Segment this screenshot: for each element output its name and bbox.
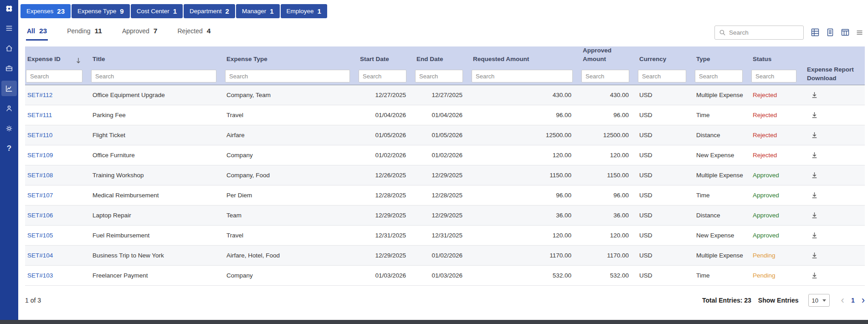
cell-id[interactable]: SET#112 [25,85,90,105]
column-header-expense-id[interactable]: Expense ID [25,46,90,67]
filter-requested-amount[interactable] [472,70,573,82]
cell-end-date: 12/31/2025 [414,226,471,245]
cell-end-date: 01/02/2026 [414,246,471,265]
column-header-approved-amount[interactable]: Approved Amount [580,46,637,67]
cell-currency: USD [637,105,694,125]
people-icon[interactable] [1,101,17,116]
download-report-button[interactable] [811,171,818,179]
cell-approved-amount: 532.00 [580,266,637,285]
status-tab[interactable]: Approved7 [121,24,159,41]
cell-approved-amount: 1150.00 [580,165,637,185]
cell-title: Fuel Reimbursement [90,226,224,245]
pagination-footer: 1 of 3 Total Entries: 23 Show Entries 10… [25,294,865,307]
module-tab[interactable]: Manager1 [236,4,280,18]
cell-approved-amount: 12500.00 [580,125,637,145]
cell-type: Multiple Expense [694,165,750,185]
status-tab[interactable]: All23 [26,24,48,41]
cell-title: Office Furniture [90,145,224,165]
briefcase-icon[interactable] [1,61,17,76]
download-report-button[interactable] [811,272,818,279]
cell-expense-type: Company, Team [224,85,358,105]
module-tab[interactable]: Employee1 [281,4,327,18]
download-report-button[interactable] [811,211,818,219]
filter-type[interactable] [695,70,743,82]
cell-start-date: 01/03/2026 [358,266,414,285]
cell-status: Rejected [750,145,804,165]
filter-start-date[interactable] [359,70,406,82]
column-header-requested-amount[interactable]: Requested Amount [471,46,580,67]
download-report-button[interactable] [811,231,818,239]
cell-id[interactable]: SET#109 [25,145,90,165]
cell-expense-type: Company [224,266,358,285]
csv-export-icon[interactable] [826,28,835,37]
column-header-start-date[interactable]: Start Date [358,46,414,67]
cell-type: Time [694,185,750,205]
current-page[interactable]: 1 [851,297,855,303]
status-tab[interactable]: Rejected4 [176,24,211,41]
cell-expense-type: Per Diem [224,185,358,205]
filter-end-date[interactable] [415,70,463,82]
help-icon[interactable]: ? [1,141,17,156]
cell-requested-amount: 96.00 [471,185,580,205]
cell-id[interactable]: SET#103 [25,266,90,285]
cell-id[interactable]: SET#111 [25,105,90,125]
download-report-button[interactable] [811,191,818,199]
cell-currency: USD [637,226,694,245]
cell-end-date: 01/05/2026 [414,125,471,145]
download-report-button[interactable] [811,252,818,259]
download-report-button[interactable] [811,111,818,119]
cell-type: Multiple Expense [694,85,750,105]
column-header-end-date[interactable]: End Date [414,46,471,67]
cell-expense-type: Travel [224,226,358,245]
filter-currency[interactable] [638,70,686,82]
module-tab[interactable]: Expenses23 [21,4,71,18]
column-header-currency[interactable]: Currency [637,46,694,67]
column-chooser-icon[interactable] [841,28,850,37]
menu-icon[interactable] [1,21,17,36]
download-report-button[interactable] [811,151,818,159]
column-header-title[interactable]: Title [90,46,224,67]
cell-id[interactable]: SET#107 [25,185,90,205]
next-page-button[interactable]: › [862,295,865,305]
cell-id[interactable]: SET#110 [25,125,90,145]
column-header-type[interactable]: Type [694,46,750,67]
filter-expense-type[interactable] [225,70,350,82]
filter-expense-id[interactable] [26,70,82,82]
module-tab[interactable]: Expense Type9 [72,4,130,18]
cell-approved-amount: 430.00 [580,85,637,105]
page-size-select[interactable]: 10 [808,294,830,307]
cell-id[interactable]: SET#108 [25,165,90,185]
excel-export-icon[interactable] [811,28,820,37]
column-header-status[interactable]: Status [750,46,804,67]
home-icon[interactable] [1,41,17,56]
filter-approved-amount[interactable] [581,70,629,82]
settings-icon[interactable] [1,121,17,136]
module-tab[interactable]: Department2 [184,4,235,18]
status-tab[interactable]: Pending11 [66,24,103,41]
cell-title: Parking Fee [90,105,224,125]
download-report-button[interactable] [811,131,818,139]
cell-status: Approved [750,185,804,205]
cell-id[interactable]: SET#104 [25,246,90,265]
table-header-row: Expense ID Title Expense Type Start Date… [25,46,865,67]
prev-page-button[interactable]: ‹ [841,295,844,305]
analytics-icon[interactable] [1,81,17,96]
cell-currency: USD [637,145,694,165]
column-header-expense-type[interactable]: Expense Type [224,46,358,67]
grid-menu-icon[interactable] [856,29,863,36]
download-report-button[interactable] [811,91,818,99]
cell-id[interactable]: SET#106 [25,206,90,225]
cell-requested-amount: 12500.00 [471,125,580,145]
search-box[interactable] [714,26,804,40]
cell-requested-amount: 1170.00 [471,246,580,265]
cell-status: Rejected [750,85,804,105]
filter-title[interactable] [91,70,216,82]
filter-status[interactable] [751,70,796,82]
cell-download [804,226,865,245]
module-tab[interactable]: Cost Center1 [131,4,183,18]
cell-id[interactable]: SET#105 [25,226,90,245]
search-input[interactable] [729,29,799,36]
cell-requested-amount: 120.00 [471,226,580,245]
column-header-expense-report-download: Expense Report Download [804,46,865,67]
cell-expense-type: Team [224,206,358,225]
